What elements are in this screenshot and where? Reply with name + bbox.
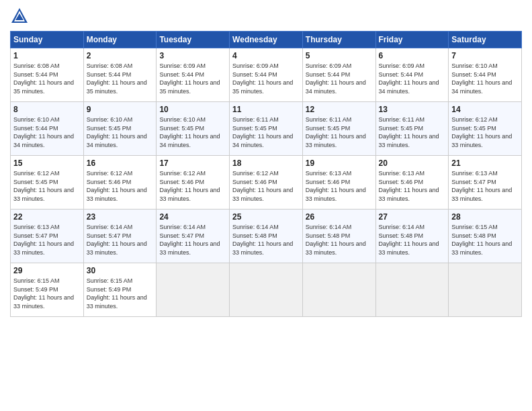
calendar-cell: 28 Sunrise: 6:15 AMSunset: 5:48 PMDaylig… xyxy=(449,210,522,263)
calendar-week-4: 22 Sunrise: 6:13 AMSunset: 5:47 PMDaylig… xyxy=(11,210,522,263)
calendar-cell: 10 Sunrise: 6:10 AMSunset: 5:45 PMDaylig… xyxy=(157,102,230,156)
day-number: 1 xyxy=(13,51,81,60)
day-number: 14 xyxy=(451,105,519,114)
day-info: Sunrise: 6:09 AMSunset: 5:44 PMDaylight:… xyxy=(379,62,439,95)
col-header-wednesday: Wednesday xyxy=(230,32,303,48)
day-number: 18 xyxy=(232,158,300,168)
day-number: 26 xyxy=(306,212,373,222)
calendar-cell: 27 Sunrise: 6:14 AMSunset: 5:48 PMDaylig… xyxy=(375,210,449,263)
day-info: Sunrise: 6:08 AMSunset: 5:44 PMDaylight:… xyxy=(13,62,74,95)
day-number: 25 xyxy=(232,212,300,222)
day-info: Sunrise: 6:10 AMSunset: 5:44 PMDaylight:… xyxy=(13,116,74,148)
calendar-week-5: 29 Sunrise: 6:15 AMSunset: 5:49 PMDaylig… xyxy=(11,263,522,317)
day-info: Sunrise: 6:13 AMSunset: 5:47 PMDaylight:… xyxy=(13,224,74,256)
calendar-week-3: 15 Sunrise: 6:12 AMSunset: 5:45 PMDaylig… xyxy=(11,156,522,210)
calendar-header-row: SundayMondayTuesdayWednesdayThursdayFrid… xyxy=(11,32,522,48)
day-info: Sunrise: 6:09 AMSunset: 5:44 PMDaylight:… xyxy=(232,62,293,95)
calendar-cell: 1 Sunrise: 6:08 AMSunset: 5:44 PMDayligh… xyxy=(11,48,84,102)
calendar-cell: 4 Sunrise: 6:09 AMSunset: 5:44 PMDayligh… xyxy=(230,48,303,102)
calendar-cell: 6 Sunrise: 6:09 AMSunset: 5:44 PMDayligh… xyxy=(375,48,449,102)
day-info: Sunrise: 6:10 AMSunset: 5:45 PMDaylight:… xyxy=(159,116,220,148)
day-info: Sunrise: 6:14 AMSunset: 5:48 PMDaylight:… xyxy=(379,224,439,256)
calendar-cell: 16 Sunrise: 6:12 AMSunset: 5:46 PMDaylig… xyxy=(83,156,157,210)
calendar-cell xyxy=(449,263,522,317)
day-info: Sunrise: 6:12 AMSunset: 5:46 PMDaylight:… xyxy=(159,170,220,202)
calendar-cell: 25 Sunrise: 6:14 AMSunset: 5:48 PMDaylig… xyxy=(230,210,303,263)
logo xyxy=(10,7,32,26)
calendar-week-2: 8 Sunrise: 6:10 AMSunset: 5:44 PMDayligh… xyxy=(11,102,522,156)
day-info: Sunrise: 6:09 AMSunset: 5:44 PMDaylight:… xyxy=(306,62,366,95)
day-number: 13 xyxy=(379,105,446,114)
calendar-cell: 11 Sunrise: 6:11 AMSunset: 5:45 PMDaylig… xyxy=(230,102,303,156)
day-number: 7 xyxy=(451,51,519,60)
day-number: 3 xyxy=(159,51,226,60)
day-info: Sunrise: 6:15 AMSunset: 5:48 PMDaylight:… xyxy=(451,224,512,256)
day-info: Sunrise: 6:14 AMSunset: 5:48 PMDaylight:… xyxy=(232,224,293,256)
calendar-cell: 5 Sunrise: 6:09 AMSunset: 5:44 PMDayligh… xyxy=(302,48,375,102)
calendar-cell: 3 Sunrise: 6:09 AMSunset: 5:44 PMDayligh… xyxy=(157,48,230,102)
calendar-cell xyxy=(375,263,449,317)
day-number: 5 xyxy=(306,51,373,60)
calendar-cell: 22 Sunrise: 6:13 AMSunset: 5:47 PMDaylig… xyxy=(11,210,84,263)
calendar-cell: 24 Sunrise: 6:14 AMSunset: 5:47 PMDaylig… xyxy=(157,210,230,263)
calendar-cell: 2 Sunrise: 6:08 AMSunset: 5:44 PMDayligh… xyxy=(83,48,157,102)
day-info: Sunrise: 6:08 AMSunset: 5:44 PMDaylight:… xyxy=(87,62,147,95)
col-header-thursday: Thursday xyxy=(302,32,375,48)
day-number: 15 xyxy=(13,158,81,168)
day-number: 28 xyxy=(451,212,519,222)
calendar: SundayMondayTuesdayWednesdayThursdayFrid… xyxy=(10,31,522,317)
calendar-cell: 13 Sunrise: 6:11 AMSunset: 5:45 PMDaylig… xyxy=(375,102,449,156)
calendar-cell: 18 Sunrise: 6:12 AMSunset: 5:46 PMDaylig… xyxy=(230,156,303,210)
calendar-cell: 21 Sunrise: 6:13 AMSunset: 5:47 PMDaylig… xyxy=(449,156,522,210)
day-number: 19 xyxy=(306,158,373,168)
calendar-cell: 20 Sunrise: 6:13 AMSunset: 5:46 PMDaylig… xyxy=(375,156,449,210)
day-info: Sunrise: 6:10 AMSunset: 5:45 PMDaylight:… xyxy=(87,116,147,148)
day-info: Sunrise: 6:15 AMSunset: 5:49 PMDaylight:… xyxy=(87,277,147,310)
calendar-cell: 17 Sunrise: 6:12 AMSunset: 5:46 PMDaylig… xyxy=(157,156,230,210)
col-header-tuesday: Tuesday xyxy=(157,32,230,48)
day-number: 2 xyxy=(87,51,154,60)
calendar-cell xyxy=(302,263,375,317)
day-number: 21 xyxy=(451,158,519,168)
day-number: 17 xyxy=(159,158,226,168)
day-info: Sunrise: 6:11 AMSunset: 5:45 PMDaylight:… xyxy=(379,116,439,148)
day-number: 23 xyxy=(87,212,154,222)
day-info: Sunrise: 6:10 AMSunset: 5:44 PMDaylight:… xyxy=(451,62,512,95)
day-info: Sunrise: 6:12 AMSunset: 5:45 PMDaylight:… xyxy=(451,116,512,148)
calendar-cell: 19 Sunrise: 6:13 AMSunset: 5:46 PMDaylig… xyxy=(302,156,375,210)
calendar-cell: 23 Sunrise: 6:14 AMSunset: 5:47 PMDaylig… xyxy=(83,210,157,263)
col-header-saturday: Saturday xyxy=(449,32,522,48)
day-number: 27 xyxy=(379,212,446,222)
col-header-sunday: Sunday xyxy=(11,32,84,48)
day-info: Sunrise: 6:12 AMSunset: 5:46 PMDaylight:… xyxy=(87,170,147,202)
calendar-cell: 8 Sunrise: 6:10 AMSunset: 5:44 PMDayligh… xyxy=(11,102,84,156)
day-number: 29 xyxy=(13,266,81,275)
day-number: 24 xyxy=(159,212,226,222)
calendar-cell xyxy=(230,263,303,317)
day-info: Sunrise: 6:14 AMSunset: 5:47 PMDaylight:… xyxy=(159,224,220,256)
day-info: Sunrise: 6:11 AMSunset: 5:45 PMDaylight:… xyxy=(232,116,293,148)
day-info: Sunrise: 6:12 AMSunset: 5:46 PMDaylight:… xyxy=(232,170,293,202)
day-info: Sunrise: 6:13 AMSunset: 5:46 PMDaylight:… xyxy=(379,170,439,202)
day-info: Sunrise: 6:09 AMSunset: 5:44 PMDaylight:… xyxy=(159,62,220,95)
calendar-cell: 14 Sunrise: 6:12 AMSunset: 5:45 PMDaylig… xyxy=(449,102,522,156)
day-number: 22 xyxy=(13,212,81,222)
calendar-cell: 9 Sunrise: 6:10 AMSunset: 5:45 PMDayligh… xyxy=(83,102,157,156)
calendar-cell: 30 Sunrise: 6:15 AMSunset: 5:49 PMDaylig… xyxy=(83,263,157,317)
day-info: Sunrise: 6:15 AMSunset: 5:49 PMDaylight:… xyxy=(13,277,74,310)
day-number: 4 xyxy=(232,51,300,60)
calendar-cell: 15 Sunrise: 6:12 AMSunset: 5:45 PMDaylig… xyxy=(11,156,84,210)
day-number: 8 xyxy=(13,105,81,114)
day-number: 6 xyxy=(379,51,446,60)
day-number: 16 xyxy=(87,158,154,168)
day-number: 10 xyxy=(159,105,226,114)
header xyxy=(10,7,522,26)
calendar-week-1: 1 Sunrise: 6:08 AMSunset: 5:44 PMDayligh… xyxy=(11,48,522,102)
calendar-cell: 12 Sunrise: 6:11 AMSunset: 5:45 PMDaylig… xyxy=(302,102,375,156)
calendar-cell: 26 Sunrise: 6:14 AMSunset: 5:48 PMDaylig… xyxy=(302,210,375,263)
calendar-cell: 7 Sunrise: 6:10 AMSunset: 5:44 PMDayligh… xyxy=(449,48,522,102)
day-number: 11 xyxy=(232,105,300,114)
calendar-cell: 29 Sunrise: 6:15 AMSunset: 5:49 PMDaylig… xyxy=(11,263,84,317)
day-info: Sunrise: 6:12 AMSunset: 5:45 PMDaylight:… xyxy=(13,170,74,202)
page: SundayMondayTuesdayWednesdayThursdayFrid… xyxy=(0,0,532,411)
